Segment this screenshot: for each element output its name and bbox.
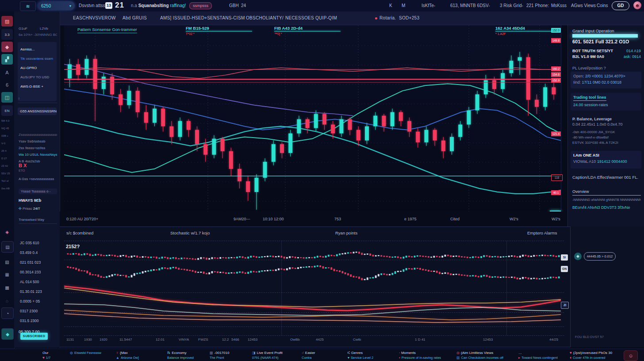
toolbar-item[interactable]: OBSCHOLIANTY/ [246, 15, 284, 20]
taskbar-item[interactable]: · Moments▪Pressure of in-saving rates [399, 350, 441, 360]
indicator-tick-label: OwBb [290, 338, 300, 342]
chart-toolbar-items: EASCHNVSVEROWAbd GRUISAMS] ISSUED-HSED+S… [49, 12, 644, 25]
go-pill-button[interactable]: GD [612, 1, 629, 10]
chart-toolbar: EASCHNVSVEROWAbd GRUISAMS] ISSUED-HSED+S… [49, 12, 644, 25]
rail-tool-icon[interactable]: ▩ [1, 282, 13, 293]
toolbar-item[interactable]: NECESSOES QUIP-QIM [285, 15, 337, 20]
rail-tool-icon[interactable]: ◆ [1, 42, 13, 52]
taskbar-item[interactable]: ♥(2psi)/overused PbOs 30♦Cover 47th in c… [570, 350, 612, 360]
indicator-section-header: Transwised May [19, 218, 57, 224]
topbar-menu-item[interactable]: 221 Phone: [526, 3, 549, 8]
taskbar-item-sub: Contra [302, 355, 315, 360]
taskbar-item-icon: ◨ [252, 350, 256, 355]
rail-tool-icon[interactable]: ◈ [1, 227, 13, 237]
trading-tools-sub: 24.00 session-rates [573, 103, 639, 107]
topbar-menu-item[interactable]: AGws Views [571, 3, 596, 8]
balance-values: 0.04 22.45x1 1.0x0 0.0x4.70 [572, 122, 641, 127]
trading-tools-header[interactable]: Trading tool lines [573, 95, 606, 101]
app-tile-icon[interactable]: ☺ [624, 350, 638, 361]
taskbar-item-sub-icon: ♥ [42, 355, 45, 360]
chart-legend[interactable]: Pattern Sonsense Gon-trammer [77, 27, 137, 33]
sidebar-row-after[interactable]: A Gss +ssvssssssssss [19, 177, 57, 181]
sidebar-row[interactable]: Zsssssssssssssssssssss [19, 133, 57, 137]
rail-tool-icon[interactable]: ◫ [1, 92, 13, 103]
toolbar-item[interactable]: EASCHNVSVEROW [73, 15, 116, 20]
value-pill[interactable]: 44445.05 > 0.012 [584, 252, 616, 261]
trading-terminal: ≋ 6250 ▾ Dsvstvn attssv 13 21 n.a Squana… [0, 0, 644, 361]
rail-tool-icon[interactable]: ▤ [1, 241, 14, 253]
rail-tool-icon[interactable]: ◌ [1, 296, 13, 306]
rail-tool-icon[interactable]: ◔ [1, 307, 14, 319]
sidebar-boxed-row[interactable]: Ysssd Tsssssss ó - [19, 188, 57, 194]
status-taskbar: ☺ Our♥1/7◍Elswstd Fssnsssw♀{Max▲Arizona … [0, 349, 644, 361]
sidebar-row[interactable]: Wa 10 USUL NsvssNsys9ss [19, 153, 57, 157]
toolbar-live-label[interactable]: Rotaria. [380, 15, 396, 20]
rail-tool-icon[interactable]: ▞ [1, 54, 13, 65]
indicator-tick-label: 11.5447 [119, 338, 132, 342]
sidebar-row[interactable]: Yssv Ss6/ssbssb [19, 139, 57, 143]
sidebar-row[interactable]: 2ss 9ssss+ss9ss [19, 146, 57, 150]
main-chart[interactable]: Pattern Sonsense Gon-trammer FM B15-529T… [64, 25, 561, 211]
taskbar-item[interactable]: ◨Live Event Profit0791 (NAAR-474) [252, 350, 283, 360]
candlestick-chart[interactable] [64, 25, 561, 211]
taskbar-item[interactable]: ◍Elswstd Fssnsssw [70, 350, 101, 355]
rail-mini-label: NQ 45 [1, 127, 13, 130]
subscribe-button[interactable]: SUBSCRIBED [20, 333, 48, 340]
marker-badge-icon[interactable]: ◈ [574, 253, 582, 260]
top-bar: ≋ 6250 ▾ Dsvstvn attssv 13 21 n.a Squana… [0, 0, 644, 12]
taskbar-item-icon: ◎ [456, 350, 460, 355]
indicator-panel[interactable]: s/c $combinedStochastic w/1.7 kojoRyan p… [60, 227, 571, 347]
taskbar-item-icon: ▥ [210, 350, 213, 355]
taskbar-item[interactable]: ▥-0017010The Prsnt [210, 350, 229, 360]
rail-tool-icon[interactable]: ▧ [1, 257, 13, 267]
left-icon-rail: ▨3.3◆▞Α6◫EN5M 4.0NQ 4503B +V-025 4D 2723… [0, 12, 15, 361]
toolbar-item[interactable]: Abd GRUIS [123, 15, 147, 20]
indicator-tick-label: 12.01 [156, 338, 165, 342]
taskbar-item-sub-icon: ▾ [348, 355, 349, 360]
sell-signal-label[interactable]: B X [19, 163, 57, 168]
rail-tool-icon[interactable]: 6 [1, 80, 13, 90]
taskbar-item[interactable]: ⑆Genres▾Service Level 2 [348, 350, 373, 360]
price-row[interactable]: ✣ Prissc 24iT [19, 207, 57, 211]
taskbar-item-sub-icon: ◍ [70, 350, 73, 355]
toolbar-item[interactable]: AMS] ISSUED-HSED [160, 15, 204, 20]
topbar-menu-item[interactable]: 3 Risk Grid- [500, 3, 523, 8]
overview-link[interactable]: BEorvf4 ANvN3 DDV3T3 3f3vNe [572, 205, 641, 210]
taskbar-item[interactable]: ◎(Aim Limitless Views▥Can Checkdown inco… [456, 350, 503, 360]
indicator-tick-label: 1920 [100, 338, 107, 342]
balance-header: P. Balance, Leverage [572, 117, 641, 121]
topbar-menu-item[interactable]: 613, MNNTB 6DSV- [450, 3, 490, 8]
sell-signal-sub: ETO [19, 169, 57, 172]
taskbar-item-icon: ℞ [167, 350, 170, 355]
taskbar-item-sub: ▪Pressure of in-saving rates [399, 355, 441, 360]
rail-tool-icon[interactable]: Α [1, 67, 13, 78]
iind-row: Iind: 17/11 0M0 02.0 03018 [573, 80, 639, 84]
taskbar-item-sub-icon: ♦ [570, 355, 571, 360]
taskbar-item[interactable]: …▸Toward News contingent [518, 350, 558, 360]
trading-tools-box[interactable]: Trading tool lines 24.00 session-rates [571, 93, 641, 111]
fine-print-lines: -0sh 400-00000 JIA_SYGK-80 Wh-vwvf-v-dfs… [572, 130, 641, 146]
indicator-tick-label: FWZS [198, 338, 208, 342]
taskbar-item-sub: ♥1/7 [42, 355, 50, 360]
topbar-menu-item[interactable]: IsKfTe- [422, 3, 435, 8]
taskbar-item[interactable]: ♀{Max▲Arizona Ow] [116, 350, 139, 360]
topbar-menu-item[interactable]: MsKsss [551, 3, 567, 8]
time-axis-label: 753 [334, 217, 341, 221]
taskbar-item[interactable]: Our♥1/7 [42, 350, 50, 360]
rail-tool-icon[interactable]: 3.3 [1, 29, 13, 40]
rail-mini-label: 0ss AB [1, 187, 13, 190]
topbar-menu-item[interactable]: Coins [597, 3, 608, 8]
taskbar-item[interactable]: ⑁EasierContra [302, 350, 315, 360]
time-axis[interactable]: 0:120 AU 20/720+9AM20—10:10 12:00753e 19… [60, 211, 571, 227]
rail-tool-icon[interactable]: ▦ [1, 269, 13, 280]
rail-tool-icon[interactable]: EN [1, 105, 13, 116]
avatar[interactable]: ☻ [633, 1, 641, 9]
rail-tool-icon[interactable]: ▨ [1, 16, 13, 27]
rail-tool-icon[interactable]: ◆ [1, 328, 14, 340]
taskbar-item-sub: ▲Arizona Ow] [116, 355, 139, 360]
taskbar-item[interactable]: ℞EconomyBalance improved [167, 350, 194, 360]
toolbar-item[interactable]: +SENSTANS-CISM [204, 15, 245, 20]
rail-mini-label: 25 4 [1, 150, 13, 152]
overview-header: Overview [572, 189, 641, 194]
order-row-1-value: 014 A19 [626, 49, 641, 53]
